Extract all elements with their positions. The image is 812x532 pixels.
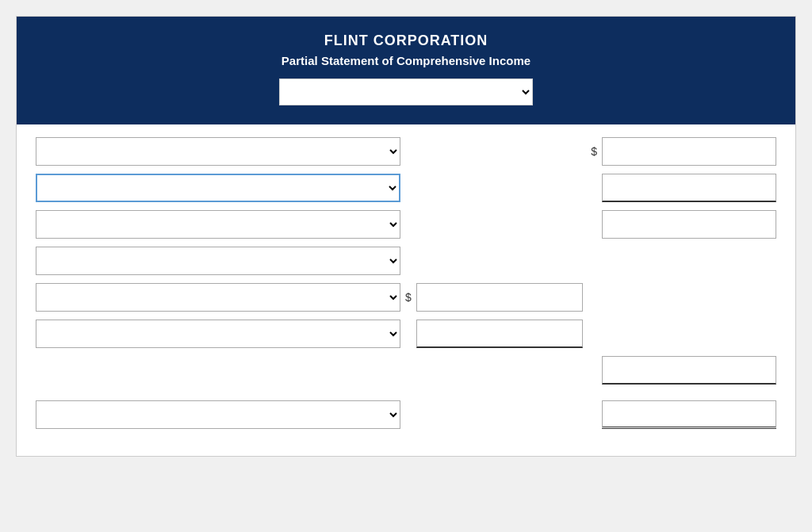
row4-left-select-wrapper — [36, 247, 400, 275]
blank-and-right-section — [36, 356, 776, 392]
row8-left-select-wrapper — [36, 400, 400, 429]
row5-middle-dollar: $ — [400, 291, 416, 304]
row3-left-select[interactable] — [36, 210, 400, 239]
row5-middle-input[interactable] — [416, 283, 583, 312]
year-select-wrapper: For the Year Ended December 31, 2024 For… — [48, 78, 764, 105]
form-row-1: $ — [36, 137, 776, 166]
form-row-4 — [36, 247, 776, 275]
form-row-8 — [36, 400, 776, 429]
header: FLINT CORPORATION Partial Statement of C… — [17, 17, 795, 124]
row5-left-select[interactable] — [36, 283, 400, 312]
form-content: $ — [17, 124, 795, 456]
form-row-2 — [36, 174, 776, 202]
row2-left-select[interactable] — [36, 174, 400, 202]
company-name: FLINT CORPORATION — [48, 33, 764, 49]
row8-right-input[interactable] — [602, 400, 776, 429]
form-row-6: $ — [36, 320, 776, 348]
row6-middle-input[interactable] — [416, 320, 583, 348]
row6-left-select-wrapper — [36, 320, 400, 348]
blank-area — [36, 356, 400, 392]
row1-dollar-sign: $ — [591, 145, 602, 158]
row8-right-wrapper — [602, 400, 776, 429]
row2-right-wrapper — [602, 174, 776, 202]
row6-left-select[interactable] — [36, 320, 400, 348]
row2-left-select-wrapper — [36, 174, 400, 202]
row1-right-input[interactable] — [602, 137, 776, 166]
row8-left-select[interactable] — [36, 400, 400, 429]
row1-left-select[interactable] — [36, 137, 400, 166]
form-row-3 — [36, 210, 776, 239]
statement-subtitle: Partial Statement of Comprehensive Incom… — [48, 54, 764, 67]
row4-left-select[interactable] — [36, 247, 400, 275]
right-input-row7-top[interactable] — [602, 356, 776, 385]
row1-left-select-wrapper — [36, 137, 400, 166]
row2-right-input[interactable] — [602, 174, 776, 202]
row3-right-input[interactable] — [602, 210, 776, 239]
year-select[interactable]: For the Year Ended December 31, 2024 For… — [279, 78, 533, 105]
bottom-right-stack — [602, 356, 776, 385]
form-row-5: $ — [36, 283, 776, 312]
row5-left-select-wrapper — [36, 283, 400, 312]
page-container: FLINT CORPORATION Partial Statement of C… — [16, 16, 796, 457]
row3-left-select-wrapper — [36, 210, 400, 239]
